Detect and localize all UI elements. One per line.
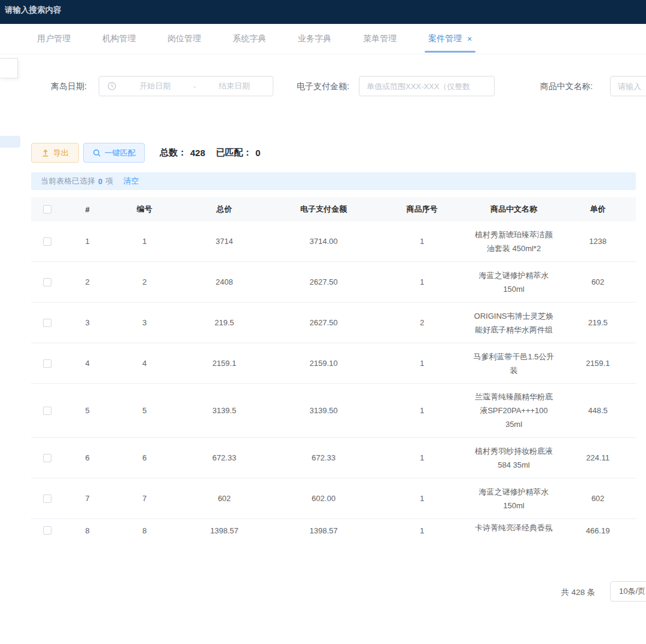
clipped-highlight-fragment (0, 136, 20, 148)
row-checkbox[interactable] (43, 526, 51, 535)
tab-label: 用户管理 (37, 33, 71, 44)
cell-seq: 1 (376, 519, 468, 535)
cell-seq: 1 (376, 453, 468, 462)
cell-total: 672.33 (178, 453, 271, 462)
table-row: 1 1 3714 3714.00 1 植村秀新琥珀臻萃洁颜油套装 450ml*2… (31, 221, 636, 262)
cell-unit-price: 1238 (560, 237, 636, 246)
column-header-epay: 电子支付金额 (271, 204, 376, 215)
cell-epay: 3714.00 (271, 237, 376, 246)
tab-label: 案件管理 (428, 33, 462, 44)
cell-product-name: 植村秀羽纱持妆粉底液 584 35ml (468, 438, 560, 478)
clipped-panel-fragment (0, 58, 18, 78)
nav-tab[interactable]: 菜单管理 (363, 24, 397, 54)
table-row: 5 5 3139.5 3139.50 1 兰蔻菁纯臻颜精华粉底液SPF20PA+… (31, 384, 636, 438)
tab-label: 系统字典 (233, 33, 266, 44)
amount-input[interactable] (359, 76, 495, 96)
cell-product-name: 马爹利蓝带干邑1.5公升装 (468, 344, 560, 383)
cell-seq: 1 (376, 406, 468, 415)
selection-suffix: 项 (105, 176, 113, 187)
tab-close-icon[interactable]: × (467, 34, 472, 44)
cell-seq: 1 (376, 277, 468, 286)
cell-total: 219.5 (178, 318, 271, 327)
nav-tab[interactable]: 案件管理 × (428, 24, 472, 54)
page-size-select[interactable]: 10条/页 (610, 581, 646, 602)
tab-label: 岗位管理 (167, 33, 201, 44)
cell-epay: 3139.50 (271, 406, 376, 415)
row-checkbox[interactable] (43, 454, 51, 462)
selection-prefix: 当前表格已选择 (41, 176, 95, 187)
global-search-input[interactable]: 请输入搜索内容 (0, 0, 66, 20)
cell-unit-price: 602 (560, 494, 636, 503)
tab-label: 业务字典 (298, 33, 331, 44)
cases-table: # 编号 总价 电子支付金额 商品序号 商品中文名称 单价 1 1 3714 3… (31, 197, 636, 539)
cell-epay: 2627.50 (271, 318, 376, 327)
cell-epay: 2159.10 (271, 359, 376, 368)
date-start-input[interactable]: 开始日期 (117, 81, 193, 91)
product-name-filter-label: 商品中文名称: (540, 81, 593, 92)
cell-code: 8 (111, 519, 178, 535)
row-checkbox[interactable] (43, 495, 51, 503)
top-navbar: 请输入搜索内容 (0, 0, 646, 24)
cell-code: 2 (111, 277, 178, 286)
cell-product-name: 海蓝之谜修护精萃水 150ml (468, 263, 560, 302)
total-value: 428 (190, 148, 205, 158)
date-filter-label: 离岛日期: (51, 81, 87, 92)
cell-code: 6 (111, 453, 178, 462)
tab-label: 机构管理 (102, 33, 136, 44)
nav-tab[interactable]: 机构管理 (102, 24, 136, 54)
export-icon (41, 149, 50, 157)
amount-filter-label: 电子支付金额: (297, 81, 349, 92)
cell-total: 3139.5 (178, 406, 271, 415)
nav-tab[interactable]: 系统字典 (233, 24, 266, 54)
cell-unit-price: 448.5 (560, 406, 636, 415)
one-key-match-button[interactable]: 一键匹配 (83, 143, 145, 163)
row-checkbox[interactable] (43, 278, 51, 286)
cell-code: 1 (111, 237, 178, 246)
total-label: 总数： (160, 147, 187, 158)
cell-seq: 2 (376, 318, 468, 327)
clear-selection-link[interactable]: 清空 (123, 176, 139, 187)
search-icon (93, 149, 101, 157)
table-row: 8 8 1398.57 1398.57 1 卡诗菁纯亮泽经典香氛 466.19 (31, 519, 636, 539)
cell-index: 7 (63, 494, 111, 503)
table-row: 6 6 672.33 672.33 1 植村秀羽纱持妆粉底液 584 35ml … (31, 438, 636, 478)
select-all-checkbox[interactable] (43, 205, 51, 213)
nav-tab[interactable]: 业务字典 (298, 24, 331, 54)
product-name-input[interactable] (610, 76, 646, 96)
column-header-unit-price: 单价 (560, 204, 636, 215)
date-end-input[interactable]: 结束日期 (196, 81, 273, 91)
selection-count: 0 (98, 177, 102, 186)
export-button[interactable]: 导出 (31, 143, 79, 163)
cell-index: 8 (63, 519, 111, 535)
export-button-label: 导出 (53, 148, 69, 158)
tab-bar: 用户管理 机构管理 岗位管理 系统字典 业务字典 菜单管理 案件管理 × (0, 24, 646, 54)
column-header-name: 商品中文名称 (468, 204, 560, 215)
clock-icon (107, 81, 117, 91)
row-checkbox[interactable] (43, 359, 51, 368)
counts-summary: 总数： 428 已匹配： 0 (160, 143, 260, 163)
cell-product-name: 兰蔻菁纯臻颜精华粉底液SPF20PA+++100 35ml (468, 384, 560, 437)
cell-index: 5 (63, 406, 111, 415)
row-checkbox[interactable] (43, 407, 51, 415)
cell-unit-price: 219.5 (560, 318, 636, 327)
nav-tab[interactable]: 岗位管理 (167, 24, 201, 54)
cell-code: 7 (111, 494, 178, 503)
match-button-label: 一键匹配 (105, 148, 136, 158)
date-range-picker[interactable]: 开始日期 - 结束日期 (99, 76, 273, 96)
cell-total: 3714 (178, 237, 271, 246)
tab-label: 菜单管理 (363, 33, 397, 44)
cell-index: 1 (63, 237, 111, 246)
cell-unit-price: 2159.1 (560, 359, 636, 368)
cell-epay: 602.00 (271, 494, 376, 503)
cell-product-name: ORIGINS韦博士灵芝焕能好底子精华水两件组 (468, 303, 560, 343)
table-row: 2 2 2408 2627.50 1 海蓝之谜修护精萃水 150ml 602 (31, 262, 636, 303)
column-header-seq: 商品序号 (376, 204, 468, 215)
row-checkbox[interactable] (43, 237, 51, 246)
row-checkbox[interactable] (43, 319, 51, 327)
table-row: 7 7 602 602.00 1 海蓝之谜修护精萃水 150ml 602 (31, 478, 636, 519)
nav-tab[interactable]: 用户管理 (37, 24, 71, 54)
cell-index: 4 (63, 359, 111, 368)
cell-unit-price: 224.11 (560, 453, 636, 462)
table-body: 1 1 3714 3714.00 1 植村秀新琥珀臻萃洁颜油套装 450ml*2… (31, 221, 636, 539)
cell-epay: 1398.57 (271, 519, 376, 535)
